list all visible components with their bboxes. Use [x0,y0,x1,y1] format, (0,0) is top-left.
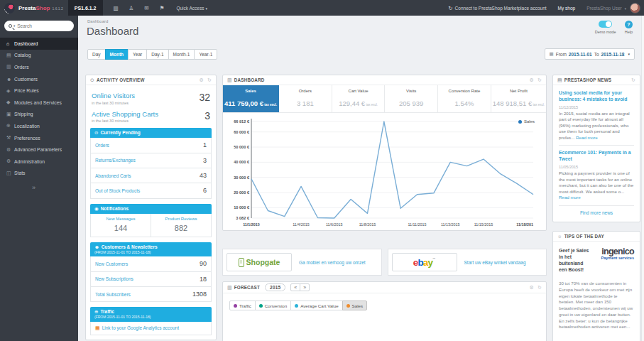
sidebar-item-advanced-parameters[interactable]: ⚙Advanced Parameters [0,144,78,156]
kpi-suffix: tax excl. [263,103,277,107]
forecast-prev-button[interactable]: « [290,283,300,291]
help-icon[interactable]: ? [625,21,633,28]
user-menu[interactable]: PrestaShop User ▾ [586,6,626,11]
range-button-month-1[interactable]: Month-1 [168,49,195,60]
date-range-button[interactable]: ▦ From2015-11-01 To2015-11-18 ▾ [545,48,635,60]
sidebar-item-preferences[interactable]: ⚒Preferences [0,132,78,144]
stat-row-abandoned-carts[interactable]: Abandoned Carts43 [90,168,212,183]
sidebar-item-customers[interactable]: ☻Customers [0,73,78,85]
news-article-title[interactable]: Using social media for your business: 4 … [559,90,634,103]
legend-label: Sales [352,303,363,308]
stat-label: Abandoned Carts [95,173,131,178]
read-more-link[interactable]: Read more [576,135,598,140]
kpi-net-profit[interactable]: Net Profit148 918,51 € tax excl. [491,85,546,112]
stat-row-new-customers[interactable]: New Customers90 [90,256,212,271]
sidebar-item-stats[interactable]: ◫Stats [0,168,78,180]
refresh-icon[interactable]: ↻ [537,285,542,291]
forecast-next-button[interactable]: » [300,283,310,291]
kpi-conversion-rate[interactable]: Conversion Rate1.54% [438,85,491,112]
svg-text:11/8/2015: 11/8/2015 [359,222,376,227]
stat-value: 1308 [192,291,207,298]
notification-product-reviews[interactable]: Product Reviews882 [151,214,211,237]
ebay-banner[interactable]: ebay™ Start uw eBay winkel vandaag [388,249,547,276]
cart-icon: ▥ [227,285,232,291]
customer-icon[interactable]: ♙ [129,5,134,11]
help-control: ? Help [625,21,633,34]
chart-legend: Sales [518,119,535,124]
demo-mode-toggle[interactable] [599,21,612,28]
notification-new-messages[interactable]: New Messages144 [91,214,151,237]
sidebar-item-price-rules[interactable]: ◈Price Rules [0,85,78,97]
sidebar-item-dashboard[interactable]: ⌂Dashboard [0,38,78,50]
breadcrumb[interactable]: Dashboard [87,19,644,23]
stat-row-out-of-stock-products[interactable]: Out of Stock Products6 [90,183,212,198]
forecast-header: ▥ FORECAST 2015 « » ⚙ ↻ [223,282,546,293]
sidebar-collapse-button[interactable]: » [32,184,78,191]
shopgate-banner[interactable]: Shopgate Ga mobiel en verhoog uw omzet [222,249,382,276]
ingenico-logo[interactable]: ingenico Payment services [589,247,634,261]
cart-icon[interactable]: ▥ [114,5,119,11]
activity-metric-active-shopping-carts[interactable]: Active Shopping Cartsin the last 30 minu… [92,110,210,124]
metric-subtitle: in the last 30 minutes [92,119,158,123]
ebay-link[interactable]: Start uw eBay winkel vandaag [457,260,543,265]
shop-version-tab[interactable]: PS1.6.1.2 [68,0,103,16]
stat-row-new-subscriptions[interactable]: New Subscriptions18 [90,272,212,287]
stat-row-total-subscribers[interactable]: Total Subscribers1308 [90,287,212,302]
forecast-legend-conversion[interactable]: Conversion [255,301,291,310]
forecast-legend-sales[interactable]: Sales [342,301,367,310]
gear-icon[interactable]: ⚙ [529,77,533,83]
refresh-icon[interactable]: ↻ [631,77,635,83]
kpi-cart-value[interactable]: Cart Value129,44 € tax excl. [332,85,386,112]
message-icon[interactable]: ✉ [144,5,148,11]
avatar[interactable] [630,3,640,13]
forecast-year-badge[interactable]: 2015 [265,283,285,291]
sales-legend-dot [518,120,522,124]
tip-body: 30 tot 70% van de consumenten in Europa … [559,276,634,330]
forecast-legend-average-cart-value[interactable]: Average Cart Value [290,301,342,310]
search-input[interactable] [17,23,58,28]
flag-icon[interactable]: ⚑ [160,5,165,11]
metric-text: Active Shopping Cartsin the last 30 minu… [92,110,158,124]
refresh-icon[interactable]: ↻ [207,77,212,83]
range-button-day[interactable]: Day [87,49,106,60]
chevron-down-icon[interactable]: ▾ [13,24,15,28]
sidebar-menu: ⌂Dashboard▤Catalog▥Orders☻Customers◈Pric… [0,38,78,179]
shopgate-link[interactable]: Ga mobiel en verhoog uw omzet [292,260,378,265]
svg-text:20 000 €: 20 000 € [234,190,250,195]
prestashop-logo[interactable] [4,3,15,13]
sidebar-item-orders[interactable]: ▥Orders [0,61,78,73]
kpi-sales[interactable]: Sales411 759,00 € tax excl. [223,85,279,112]
kpi-orders[interactable]: Orders3 181 [279,85,332,112]
sidebar-item-catalog[interactable]: ▤Catalog [0,50,78,62]
sidebar-item-localization[interactable]: ⊕Localization [0,120,78,132]
kpi-visits[interactable]: Visits205 939 [385,85,438,112]
read-more-link[interactable]: Read more [559,195,581,200]
range-button-month[interactable]: Month [105,49,129,60]
stat-row-orders[interactable]: Orders1 [90,138,212,153]
activity-metric-online-visitors[interactable]: Online Visitorsin the last 30 minutes32 [92,92,210,105]
quick-access-menu[interactable]: Quick Access▾ [176,6,207,11]
gear-icon[interactable]: ⚙ [199,77,203,83]
stat-row-returns-exchanges[interactable]: Returns/Exchanges3 [90,153,212,168]
sidebar-item-shipping[interactable]: ▣Shipping [0,109,78,121]
news-article-title[interactable]: Ecommerce 101: Payments in a Tweet [559,150,634,163]
kpi-label: Visits [386,89,436,93]
forecast-legend-traffic[interactable]: Traffic [229,301,256,310]
google-analytics-link[interactable]: ▦ Link to your Google Analytics account [90,322,212,335]
localization-icon: ⊕ [6,123,14,129]
svg-text:11/4/2015: 11/4/2015 [293,222,310,227]
svg-text:11/11/2015: 11/11/2015 [408,222,426,227]
svg-text:11/1/2015: 11/1/2015 [243,222,260,227]
gear-icon[interactable]: ⚙ [529,285,533,291]
find-more-news-link[interactable]: Find more news [559,210,634,215]
kpi-label: Sales [224,89,277,93]
my-shop-link[interactable]: My shop [558,6,576,11]
sidebar-item-modules-and-services[interactable]: ◆Modules and Services [0,97,78,109]
range-button-year-1[interactable]: Year-1 [194,49,217,60]
range-button-year[interactable]: Year [128,49,147,60]
marketplace-link[interactable]: ↻Connect to PrestaShop Marketplace accou… [448,5,546,11]
range-button-day-1[interactable]: Day-1 [146,49,168,60]
scrollbar[interactable] [641,16,644,341]
sidebar-item-administration[interactable]: ⚙Administration [0,156,78,168]
refresh-icon[interactable]: ↻ [537,77,542,83]
